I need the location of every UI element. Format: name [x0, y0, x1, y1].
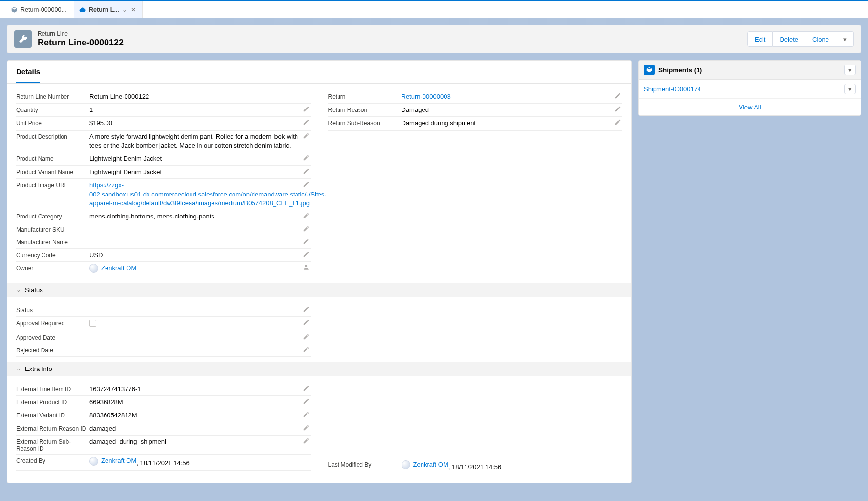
tab-label: Return L...	[89, 6, 119, 13]
chevron-down-icon: ⌄	[16, 365, 21, 372]
related-shipments-card: Shipments (1) ▾ Shipment-00000174 ▾ View…	[638, 60, 861, 116]
chevron-down-icon[interactable]: ⌄	[122, 6, 127, 13]
field-product-description: Product Description A more style forward…	[16, 131, 311, 152]
field-external-line-item-id: External Line Item ID 1637247413776-1	[16, 383, 311, 396]
field-product-image-url: Product Image URL https://zzgx-002.sandb…	[16, 179, 311, 210]
close-icon[interactable]: ✕	[131, 6, 136, 13]
page-title: Return Line-0000122	[38, 38, 124, 48]
tab-label: Return-000000...	[21, 6, 66, 13]
last-modified-by-link[interactable]: Zenkraft OM	[413, 460, 448, 469]
details-left-column: Return Line Number Return Line-0000122 Q…	[16, 90, 311, 278]
clone-button[interactable]: Clone	[805, 31, 836, 47]
field-manufacturer-sku: Manufacturer SKU	[16, 223, 311, 236]
field-quantity: Quantity 1	[16, 104, 311, 117]
related-title[interactable]: Shipments (1)	[658, 66, 702, 74]
field-return-sub-reason: Return Sub-Reason Damaged during shipmen…	[328, 117, 623, 130]
field-external-return-reason-id: External Return Reason ID damaged	[16, 422, 311, 436]
field-status: Status	[16, 304, 311, 317]
list-item: Shipment-00000174 ▾	[639, 80, 861, 99]
field-return-reason: Return Reason Damaged	[328, 104, 623, 117]
field-return-line-number: Return Line Number Return Line-0000122	[16, 90, 311, 104]
view-all-link[interactable]: View All	[639, 99, 861, 115]
pencil-icon[interactable]	[303, 333, 310, 340]
row-menu-button[interactable]: ▾	[844, 84, 856, 94]
field-rejected-date: Rejected Date	[16, 344, 311, 357]
more-actions-button[interactable]: ▾	[836, 31, 854, 47]
header-actions: Edit Delete Clone ▾	[747, 31, 854, 47]
field-unit-price: Unit Price $195.00	[16, 117, 311, 130]
field-product-category: Product Category mens-clothing-bottoms, …	[16, 210, 311, 223]
field-last-modified-by: Last Modified By Zenkraft OM , 18/11/202…	[328, 458, 623, 474]
pencil-icon[interactable]	[614, 119, 621, 126]
pencil-icon[interactable]	[303, 346, 310, 353]
pencil-icon[interactable]	[303, 132, 310, 139]
details-right-column: Return Return-00000003 Return Reason Dam…	[328, 90, 623, 278]
pencil-icon[interactable]	[614, 92, 621, 99]
field-external-product-id: External Product ID 66936828M	[16, 396, 311, 409]
field-owner: Owner Zenkraft OM	[16, 262, 311, 278]
field-return: Return Return-00000003	[328, 90, 623, 104]
checkbox-unchecked	[89, 320, 96, 327]
record-header: Return Line Return Line-0000122 Edit Del…	[7, 25, 861, 53]
field-created-by: Created By Zenkraft OM , 18/11/2021 14:5…	[16, 455, 311, 470]
related-menu-button[interactable]: ▾	[844, 65, 856, 75]
tab-return-line[interactable]: Return L... ⌄ ✕	[74, 1, 143, 18]
tab-details[interactable]: Details	[16, 61, 40, 83]
pencil-icon[interactable]	[303, 168, 310, 174]
pencil-icon[interactable]	[303, 437, 310, 444]
chevron-down-icon: ⌄	[16, 286, 21, 293]
change-owner-icon[interactable]	[303, 264, 310, 271]
pencil-icon[interactable]	[303, 181, 310, 188]
pencil-icon[interactable]	[303, 238, 310, 245]
field-external-variant-id: External Variant ID 883360542812M	[16, 409, 311, 422]
field-approval-required: Approval Required	[16, 317, 311, 331]
cube-icon	[11, 6, 18, 13]
pencil-icon[interactable]	[303, 424, 310, 431]
avatar	[89, 264, 98, 273]
avatar	[402, 460, 410, 469]
pencil-icon[interactable]	[303, 306, 310, 313]
return-link[interactable]: Return-00000003	[402, 93, 451, 100]
pencil-icon[interactable]	[303, 411, 310, 418]
product-image-url-link[interactable]: https://zzgx-002.sandbox.us01.dx.commerc…	[89, 181, 327, 206]
pencil-icon[interactable]	[303, 251, 310, 258]
wrench-icon	[14, 30, 32, 48]
created-by-link[interactable]: Zenkraft OM	[101, 457, 136, 465]
pencil-icon[interactable]	[614, 106, 621, 112]
edit-button[interactable]: Edit	[747, 31, 773, 47]
avatar	[89, 457, 98, 466]
field-product-name: Product Name Lightweight Denim Jacket	[16, 152, 311, 166]
pencil-icon[interactable]	[303, 154, 310, 161]
pencil-icon[interactable]	[303, 225, 310, 232]
pencil-icon[interactable]	[303, 385, 310, 392]
field-external-return-sub-reason-id: External Return Sub-Reason ID damaged_du…	[16, 436, 311, 455]
box-icon	[644, 65, 655, 75]
pencil-icon[interactable]	[303, 319, 310, 326]
field-currency-code: Currency Code USD	[16, 249, 311, 262]
field-product-variant-name: Product Variant Name Lightweight Denim J…	[16, 166, 311, 179]
pencil-icon[interactable]	[303, 398, 310, 405]
details-card: Details Return Line Number Return Line-0…	[7, 60, 632, 483]
entity-label: Return Line	[38, 30, 124, 37]
pencil-icon[interactable]	[303, 119, 310, 126]
field-manufacturer-name: Manufacturer Name	[16, 236, 311, 249]
delete-button[interactable]: Delete	[773, 31, 805, 47]
section-extra-info[interactable]: ⌄ Extra Info	[7, 362, 631, 376]
pencil-icon[interactable]	[303, 212, 310, 219]
cloud-icon	[79, 6, 86, 13]
shipment-link[interactable]: Shipment-00000174	[644, 86, 701, 93]
owner-link[interactable]: Zenkraft OM	[101, 264, 136, 273]
field-approved-date: Approved Date	[16, 331, 311, 344]
tab-return[interactable]: Return-000000...	[6, 1, 74, 18]
workspace-tabs: Return-000000... Return L... ⌄ ✕	[0, 1, 868, 18]
section-status[interactable]: ⌄ Status	[7, 283, 631, 297]
pencil-icon[interactable]	[303, 106, 310, 112]
